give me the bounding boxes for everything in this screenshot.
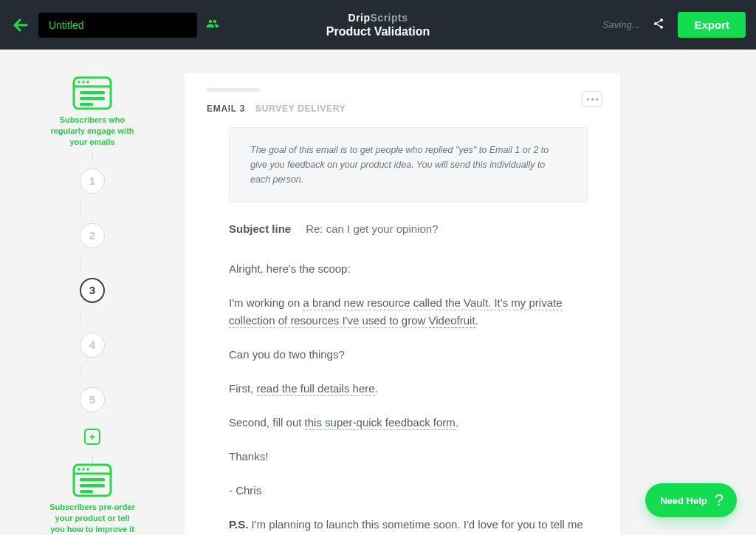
body-paragraph[interactable]: Alright, here's the scoop: (229, 260, 588, 278)
flow-connector (80, 256, 80, 270)
svg-rect-19 (80, 490, 93, 494)
body-paragraph[interactable]: P.S. I'm planning to launch this sometim… (229, 516, 588, 535)
flow-connector (80, 365, 80, 380)
svg-point-7 (82, 81, 85, 84)
subject-value[interactable]: Re: can I get your opinion? (306, 220, 438, 238)
step-4[interactable]: 4 (80, 333, 105, 358)
save-status: Saving... (602, 19, 640, 30)
body-paragraph[interactable]: Second, fill out this super-quick feedba… (229, 414, 588, 432)
editable-token[interactable]: this super-quick feedback form (305, 416, 456, 430)
brand-wordmark: DripScripts (326, 12, 430, 24)
svg-point-8 (86, 81, 89, 84)
step-1[interactable]: 1 (80, 168, 105, 194)
people-icon (206, 17, 219, 30)
step-2[interactable]: 2 (80, 223, 105, 248)
svg-rect-10 (80, 97, 105, 100)
flow-connector (92, 455, 93, 464)
help-icon: ? (715, 491, 724, 510)
email-editor-card: EMAIL 3 SURVEY DELIVERY The goal of this… (185, 73, 620, 535)
brand-center: DripScripts Product Validation (326, 12, 430, 38)
flow-connector (92, 152, 93, 161)
email-start-icon (72, 76, 112, 110)
arrow-left-icon (12, 16, 30, 34)
svg-rect-18 (80, 484, 105, 488)
svg-point-16 (86, 468, 89, 471)
share-button[interactable] (653, 18, 664, 33)
svg-point-2 (654, 22, 657, 25)
export-button[interactable]: Export (678, 12, 746, 38)
collaborators-button[interactable] (206, 17, 219, 33)
add-step-button[interactable]: + (84, 429, 100, 445)
body-paragraph[interactable]: First, read the full details here. (229, 380, 588, 398)
body-paragraph[interactable]: I'm working on a brand new resource call… (229, 294, 588, 330)
progress-rail (207, 88, 260, 92)
help-label: Need Help (660, 495, 707, 506)
step-3[interactable]: 3 (80, 278, 105, 303)
share-icon (653, 18, 664, 30)
editable-token[interactable]: read the full details here (257, 382, 375, 396)
svg-point-14 (78, 468, 80, 471)
email-number-label: EMAIL 3 (207, 103, 245, 114)
body-paragraph[interactable]: - Chris (229, 482, 588, 500)
email-name-label: SURVEY DELIVERY (255, 103, 346, 114)
svg-rect-11 (80, 103, 93, 106)
email-end-icon (72, 463, 112, 497)
subject-label: Subject line (229, 220, 291, 238)
help-button[interactable]: Need Help ? (645, 483, 737, 517)
svg-rect-17 (80, 478, 105, 482)
flow-end-caption: Subscribers pre-order your product or te… (48, 502, 137, 535)
email-hint-box: The goal of this email is to get people … (229, 127, 588, 202)
svg-point-6 (78, 81, 80, 84)
sequence-title-input[interactable] (38, 13, 197, 38)
sequence-type-title: Product Validation (326, 25, 430, 38)
back-button[interactable] (10, 15, 31, 35)
svg-point-3 (660, 25, 663, 28)
flow-start-caption: Subscribers who regularly engage with yo… (48, 115, 137, 148)
svg-point-15 (82, 468, 85, 471)
email-menu-button[interactable] (582, 91, 602, 107)
flow-connector (80, 310, 80, 325)
steps-sidebar: Subscribers who regularly engage with yo… (0, 50, 185, 535)
svg-rect-9 (80, 91, 105, 95)
app-header: DripScripts Product Validation Saving...… (0, 0, 756, 50)
email-body-editor[interactable]: Subject line Re: can I get your opinion?… (207, 220, 598, 535)
flow-connector (80, 201, 80, 216)
body-paragraph[interactable]: Thanks! (229, 448, 588, 466)
body-paragraph[interactable]: Can you do two things? (229, 346, 588, 364)
step-5[interactable]: 5 (80, 387, 105, 412)
svg-point-1 (660, 18, 663, 21)
